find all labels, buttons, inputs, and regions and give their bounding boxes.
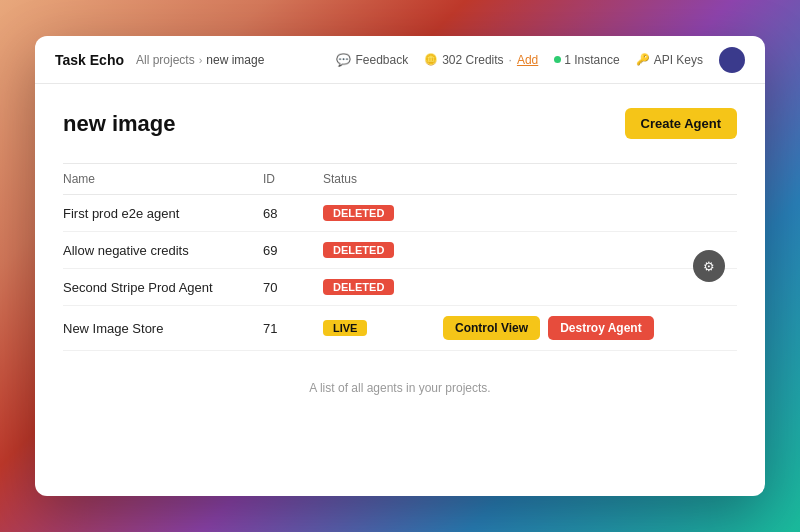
table-row: First prod e2e agent 68 DELETED bbox=[63, 195, 737, 232]
add-credits-link[interactable]: Add bbox=[517, 53, 538, 67]
agent-status: DELETED bbox=[323, 279, 443, 295]
feedback-link[interactable]: 💬 Feedback bbox=[336, 53, 408, 67]
app-brand: Task Echo bbox=[55, 52, 124, 68]
status-badge: DELETED bbox=[323, 279, 394, 295]
table-header: Name ID Status bbox=[63, 164, 737, 195]
table-body: First prod e2e agent 68 DELETED Allow ne… bbox=[63, 195, 737, 351]
row-actions: Control View Destroy Agent bbox=[443, 316, 737, 340]
agent-name: New Image Store bbox=[63, 321, 263, 336]
feedback-label: Feedback bbox=[355, 53, 408, 67]
instance-label: 1 Instance bbox=[564, 53, 619, 67]
agent-name: Second Stripe Prod Agent bbox=[63, 280, 263, 295]
control-view-button[interactable]: Control View bbox=[443, 316, 540, 340]
agent-id: 69 bbox=[263, 243, 323, 258]
status-badge: DELETED bbox=[323, 242, 394, 258]
instance-status-dot bbox=[554, 56, 561, 63]
table-row: New Image Store 71 LIVE Control View Des… bbox=[63, 306, 737, 351]
instance-display[interactable]: 1 Instance bbox=[554, 53, 619, 67]
page-title: new image bbox=[63, 111, 175, 137]
breadcrumb-parent[interactable]: All projects bbox=[136, 53, 195, 67]
status-badge: DELETED bbox=[323, 205, 394, 221]
agent-name: Allow negative credits bbox=[63, 243, 263, 258]
table-empty-hint: A list of all agents in your projects. bbox=[63, 371, 737, 405]
agents-table: Name ID Status First prod e2e agent 68 D… bbox=[63, 163, 737, 405]
agent-status: DELETED bbox=[323, 242, 443, 258]
agent-actions: Control View Destroy Agent bbox=[443, 316, 737, 340]
col-status: Status bbox=[323, 172, 443, 186]
agent-id: 71 bbox=[263, 321, 323, 336]
agent-name: First prod e2e agent bbox=[63, 206, 263, 221]
breadcrumb-sep: › bbox=[199, 54, 203, 66]
settings-icon: ⚙ bbox=[703, 259, 715, 274]
key-icon: 🔑 bbox=[636, 53, 650, 66]
agent-id: 70 bbox=[263, 280, 323, 295]
col-name: Name bbox=[63, 172, 263, 186]
credits-display[interactable]: 🪙 302 Credits · Add bbox=[424, 53, 538, 67]
breadcrumb: All projects › new image bbox=[136, 53, 264, 67]
user-avatar[interactable] bbox=[719, 47, 745, 73]
api-keys-label: API Keys bbox=[654, 53, 703, 67]
navbar: Task Echo All projects › new image 💬 Fee… bbox=[35, 36, 765, 84]
agent-status: LIVE bbox=[323, 320, 443, 336]
create-agent-button[interactable]: Create Agent bbox=[625, 108, 737, 139]
speech-icon: 💬 bbox=[336, 53, 351, 67]
col-actions bbox=[443, 172, 737, 186]
coin-icon: 🪙 bbox=[424, 53, 438, 66]
agent-id: 68 bbox=[263, 206, 323, 221]
agent-status: DELETED bbox=[323, 205, 443, 221]
page-header: new image Create Agent bbox=[63, 108, 737, 139]
nav-right: 💬 Feedback 🪙 302 Credits · Add 1 Instanc… bbox=[336, 47, 745, 73]
main-content: new image Create Agent Name ID Status Fi… bbox=[35, 84, 765, 496]
breadcrumb-current: new image bbox=[206, 53, 264, 67]
table-row: Allow negative credits 69 DELETED bbox=[63, 232, 737, 269]
api-keys-link[interactable]: 🔑 API Keys bbox=[636, 53, 703, 67]
destroy-agent-button[interactable]: Destroy Agent bbox=[548, 316, 654, 340]
status-badge: LIVE bbox=[323, 320, 367, 336]
credits-amount: 302 Credits bbox=[442, 53, 503, 67]
floating-action-button[interactable]: ⚙ bbox=[693, 250, 725, 282]
col-id: ID bbox=[263, 172, 323, 186]
table-row: Second Stripe Prod Agent 70 DELETED bbox=[63, 269, 737, 306]
